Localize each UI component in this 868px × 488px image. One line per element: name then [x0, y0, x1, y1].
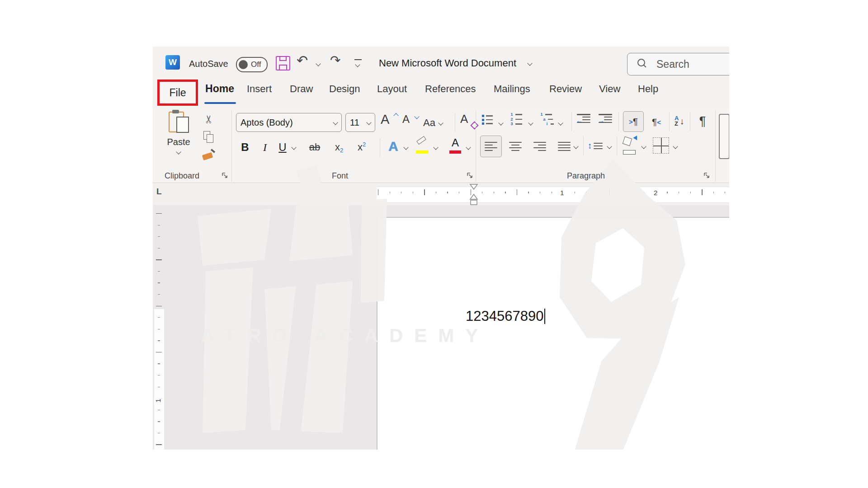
screenshot-canvas: W AutoSave Off ↶ ↶ New Microsoft Word Do… [0, 0, 868, 488]
bold-button[interactable]: B [237, 138, 253, 156]
paste-clipboard-icon [169, 110, 189, 133]
search-box[interactable]: Search [627, 53, 729, 75]
save-button[interactable] [276, 56, 290, 70]
document-title[interactable]: New Microsoft Word Document [379, 57, 516, 69]
paragraph-dialog-launcher[interactable] [703, 172, 710, 179]
quick-access-toolbar-button[interactable] [354, 59, 362, 68]
ribbon: Paste ✂ Clipboard Aptos (Body) 11 [153, 107, 729, 183]
copy-icon-front [207, 134, 213, 143]
align-center-button[interactable] [507, 138, 524, 155]
align-right-button[interactable] [532, 138, 548, 155]
superscript-button[interactable]: x 2 [353, 138, 371, 156]
underline-options-chevron-icon[interactable] [291, 145, 296, 150]
tab-design[interactable]: Design [329, 83, 360, 95]
tab-file[interactable]: File [169, 87, 186, 99]
line-spacing-button[interactable]: ↕ [588, 136, 607, 155]
show-formatting-marks-button[interactable]: ¶ [694, 111, 711, 131]
align-center-icon [509, 142, 522, 151]
bold-icon: B [241, 141, 249, 154]
multilevel-list-button[interactable]: 1 a i [540, 113, 554, 126]
chevron-down-icon [438, 120, 443, 125]
divider [571, 112, 572, 131]
format-painter-button[interactable] [202, 149, 216, 163]
paste-button[interactable]: Paste [164, 110, 193, 166]
tab-help[interactable]: Help [638, 83, 658, 95]
indent-markers[interactable] [469, 183, 479, 206]
save-icon-detail [279, 65, 287, 70]
caret-down-icon [414, 114, 419, 119]
tab-draw[interactable]: Draw [290, 83, 313, 95]
decrease-indent-button[interactable]: ← [577, 114, 593, 130]
ribbon-gallery-edge[interactable] [719, 114, 729, 159]
document-text: 1234567890 [466, 308, 543, 324]
text-cursor [544, 309, 545, 324]
chevron-down-icon[interactable] [641, 144, 646, 149]
eraser-icon [470, 121, 478, 129]
document-text-line[interactable]: 1234567890 [466, 308, 545, 324]
numbering-button[interactable]: 1 2 3 [510, 113, 522, 126]
tab-layout[interactable]: Layout [377, 83, 407, 95]
chevron-down-icon[interactable] [433, 145, 438, 150]
font-family-select[interactable]: Aptos (Body) [236, 113, 342, 132]
change-case-button[interactable]: Aa [423, 114, 448, 132]
horizontal-ruler[interactable]: L 1 2 [153, 183, 729, 206]
tab-home[interactable]: Home [203, 83, 236, 95]
spacing-arrows-icon: ↕ [588, 141, 592, 151]
copy-button[interactable] [203, 131, 215, 144]
justify-button[interactable] [556, 138, 572, 155]
document-page[interactable] [377, 217, 729, 450]
format-painter-icon [202, 152, 213, 160]
align-left-button[interactable] [480, 136, 502, 157]
ltr-text-direction-button[interactable]: > ¶ [623, 111, 644, 132]
clipboard-dialog-launcher[interactable] [222, 172, 228, 179]
tab-references[interactable]: References [425, 83, 476, 95]
chevron-down-icon[interactable] [466, 145, 471, 150]
shrink-font-button[interactable]: A [402, 113, 420, 133]
chevron-down-icon[interactable] [528, 120, 533, 125]
highlight-button[interactable] [415, 136, 430, 156]
font-dialog-launcher[interactable] [467, 172, 473, 179]
first-line-indent-marker [470, 184, 477, 189]
autosave-toggle[interactable]: Off [236, 57, 268, 72]
clipboard-group-label: Clipboard [165, 171, 199, 181]
chevron-down-icon[interactable] [403, 145, 408, 150]
divider [690, 112, 690, 131]
cut-button[interactable]: ✂ [202, 112, 216, 127]
autosave-label: AutoSave [189, 59, 228, 69]
subscript-button[interactable]: x 2 [330, 138, 348, 156]
chevron-down-icon[interactable] [573, 144, 578, 149]
redo-button[interactable]: ↶ [330, 53, 340, 68]
divider [617, 136, 617, 155]
paste-chevron-down-icon [176, 149, 181, 154]
rtl-text-direction-button[interactable]: ¶ < [647, 113, 665, 131]
underline-button[interactable]: U [275, 138, 290, 156]
font-size-select[interactable]: 11 [345, 113, 375, 132]
chevron-down-icon[interactable] [498, 120, 503, 125]
increase-indent-button[interactable]: → [599, 114, 615, 130]
divider [583, 136, 584, 155]
tab-stop-selector[interactable]: L [156, 187, 162, 197]
chevron-down-icon[interactable] [558, 120, 563, 125]
highlight-color-bar [416, 150, 429, 154]
tab-mailings[interactable]: Mailings [494, 83, 530, 95]
font-color-button[interactable]: A [448, 136, 463, 156]
tab-view[interactable]: View [599, 83, 620, 95]
undo-button[interactable]: ↶ [297, 52, 308, 68]
strikethrough-button[interactable]: ab [305, 138, 325, 156]
shading-button[interactable] [622, 136, 639, 156]
clear-formatting-icon: A [460, 112, 468, 126]
bullets-button[interactable] [482, 115, 493, 125]
tab-review[interactable]: Review [549, 83, 582, 95]
ruler-major-ticks [377, 189, 729, 195]
tab-insert[interactable]: Insert [247, 83, 272, 95]
sort-button[interactable]: A Z ↓ [675, 111, 694, 131]
chevron-down-icon[interactable] [607, 144, 612, 149]
vertical-ruler-major-ticks [156, 210, 162, 450]
text-effects-button[interactable]: A [384, 136, 402, 156]
grow-font-button[interactable]: A [381, 112, 399, 132]
borders-button[interactable] [653, 137, 669, 154]
document-area[interactable]: 1 1234567890 [153, 205, 729, 450]
italic-button[interactable]: I [257, 138, 273, 156]
font-size-value: 11 [350, 117, 359, 128]
chevron-down-icon[interactable] [673, 144, 678, 149]
